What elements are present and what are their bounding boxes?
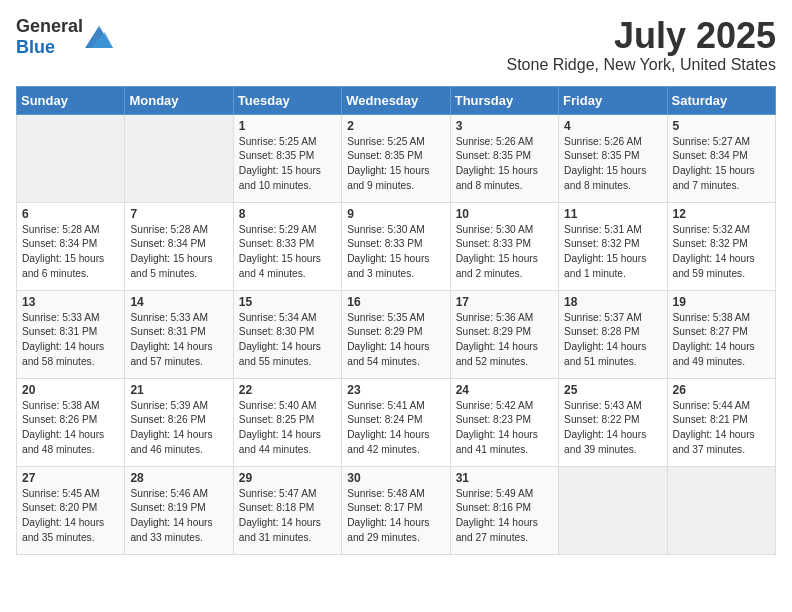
daylight-text: Daylight: 15 hours and 2 minutes. [456, 253, 538, 279]
daylight-text: Daylight: 14 hours and 51 minutes. [564, 341, 646, 367]
sunrise-text: Sunrise: 5:43 AM [564, 400, 642, 411]
daylight-text: Daylight: 15 hours and 4 minutes. [239, 253, 321, 279]
location-title: Stone Ridge, New York, United States [507, 56, 777, 74]
sunset-text: Sunset: 8:32 PM [673, 238, 748, 249]
day-info: Sunrise: 5:49 AM Sunset: 8:16 PM Dayligh… [456, 487, 553, 546]
day-info: Sunrise: 5:38 AM Sunset: 8:27 PM Dayligh… [673, 311, 770, 370]
daylight-text: Daylight: 14 hours and 27 minutes. [456, 517, 538, 543]
calendar-cell: 9 Sunrise: 5:30 AM Sunset: 8:33 PM Dayli… [342, 202, 450, 290]
daylight-text: Daylight: 14 hours and 35 minutes. [22, 517, 104, 543]
weekday-header-row: SundayMondayTuesdayWednesdayThursdayFrid… [17, 86, 776, 114]
day-number: 5 [673, 119, 770, 133]
day-number: 8 [239, 207, 336, 221]
day-number: 14 [130, 295, 227, 309]
calendar-cell: 7 Sunrise: 5:28 AM Sunset: 8:34 PM Dayli… [125, 202, 233, 290]
calendar-cell [17, 114, 125, 202]
daylight-text: Daylight: 14 hours and 39 minutes. [564, 429, 646, 455]
calendar-cell: 30 Sunrise: 5:48 AM Sunset: 8:17 PM Dayl… [342, 466, 450, 554]
day-number: 19 [673, 295, 770, 309]
day-info: Sunrise: 5:48 AM Sunset: 8:17 PM Dayligh… [347, 487, 444, 546]
sunset-text: Sunset: 8:17 PM [347, 502, 422, 513]
day-info: Sunrise: 5:26 AM Sunset: 8:35 PM Dayligh… [456, 135, 553, 194]
calendar-cell: 1 Sunrise: 5:25 AM Sunset: 8:35 PM Dayli… [233, 114, 341, 202]
daylight-text: Daylight: 14 hours and 52 minutes. [456, 341, 538, 367]
weekday-header: Tuesday [233, 86, 341, 114]
daylight-text: Daylight: 14 hours and 46 minutes. [130, 429, 212, 455]
sunrise-text: Sunrise: 5:34 AM [239, 312, 317, 323]
sunrise-text: Sunrise: 5:45 AM [22, 488, 100, 499]
day-number: 3 [456, 119, 553, 133]
day-info: Sunrise: 5:29 AM Sunset: 8:33 PM Dayligh… [239, 223, 336, 282]
sunset-text: Sunset: 8:29 PM [456, 326, 531, 337]
weekday-header: Sunday [17, 86, 125, 114]
day-info: Sunrise: 5:36 AM Sunset: 8:29 PM Dayligh… [456, 311, 553, 370]
calendar-cell [667, 466, 775, 554]
sunrise-text: Sunrise: 5:41 AM [347, 400, 425, 411]
sunset-text: Sunset: 8:35 PM [347, 150, 422, 161]
calendar-cell: 11 Sunrise: 5:31 AM Sunset: 8:32 PM Dayl… [559, 202, 667, 290]
sunset-text: Sunset: 8:24 PM [347, 414, 422, 425]
sunrise-text: Sunrise: 5:42 AM [456, 400, 534, 411]
calendar-cell: 25 Sunrise: 5:43 AM Sunset: 8:22 PM Dayl… [559, 378, 667, 466]
daylight-text: Daylight: 15 hours and 6 minutes. [22, 253, 104, 279]
calendar-week-row: 13 Sunrise: 5:33 AM Sunset: 8:31 PM Dayl… [17, 290, 776, 378]
day-info: Sunrise: 5:47 AM Sunset: 8:18 PM Dayligh… [239, 487, 336, 546]
day-number: 23 [347, 383, 444, 397]
calendar-cell: 3 Sunrise: 5:26 AM Sunset: 8:35 PM Dayli… [450, 114, 558, 202]
sunset-text: Sunset: 8:26 PM [130, 414, 205, 425]
sunset-text: Sunset: 8:31 PM [130, 326, 205, 337]
calendar-week-row: 6 Sunrise: 5:28 AM Sunset: 8:34 PM Dayli… [17, 202, 776, 290]
calendar-cell: 6 Sunrise: 5:28 AM Sunset: 8:34 PM Dayli… [17, 202, 125, 290]
day-info: Sunrise: 5:42 AM Sunset: 8:23 PM Dayligh… [456, 399, 553, 458]
daylight-text: Daylight: 14 hours and 55 minutes. [239, 341, 321, 367]
month-title: July 2025 [507, 16, 777, 56]
sunrise-text: Sunrise: 5:44 AM [673, 400, 751, 411]
calendar-cell [125, 114, 233, 202]
sunrise-text: Sunrise: 5:31 AM [564, 224, 642, 235]
sunset-text: Sunset: 8:16 PM [456, 502, 531, 513]
daylight-text: Daylight: 14 hours and 57 minutes. [130, 341, 212, 367]
day-number: 31 [456, 471, 553, 485]
calendar-cell: 31 Sunrise: 5:49 AM Sunset: 8:16 PM Dayl… [450, 466, 558, 554]
sunrise-text: Sunrise: 5:32 AM [673, 224, 751, 235]
daylight-text: Daylight: 14 hours and 59 minutes. [673, 253, 755, 279]
sunset-text: Sunset: 8:32 PM [564, 238, 639, 249]
logo-text: General Blue [16, 16, 83, 58]
daylight-text: Daylight: 14 hours and 31 minutes. [239, 517, 321, 543]
sunset-text: Sunset: 8:35 PM [239, 150, 314, 161]
day-info: Sunrise: 5:43 AM Sunset: 8:22 PM Dayligh… [564, 399, 661, 458]
day-number: 15 [239, 295, 336, 309]
daylight-text: Daylight: 15 hours and 3 minutes. [347, 253, 429, 279]
daylight-text: Daylight: 14 hours and 54 minutes. [347, 341, 429, 367]
day-info: Sunrise: 5:28 AM Sunset: 8:34 PM Dayligh… [22, 223, 119, 282]
calendar-cell: 29 Sunrise: 5:47 AM Sunset: 8:18 PM Dayl… [233, 466, 341, 554]
sunrise-text: Sunrise: 5:37 AM [564, 312, 642, 323]
title-block: July 2025 Stone Ridge, New York, United … [507, 16, 777, 74]
sunset-text: Sunset: 8:18 PM [239, 502, 314, 513]
daylight-text: Daylight: 15 hours and 10 minutes. [239, 165, 321, 191]
sunrise-text: Sunrise: 5:49 AM [456, 488, 534, 499]
sunset-text: Sunset: 8:29 PM [347, 326, 422, 337]
sunset-text: Sunset: 8:33 PM [347, 238, 422, 249]
calendar-table: SundayMondayTuesdayWednesdayThursdayFrid… [16, 86, 776, 555]
daylight-text: Daylight: 14 hours and 48 minutes. [22, 429, 104, 455]
sunset-text: Sunset: 8:20 PM [22, 502, 97, 513]
calendar-cell: 2 Sunrise: 5:25 AM Sunset: 8:35 PM Dayli… [342, 114, 450, 202]
day-info: Sunrise: 5:35 AM Sunset: 8:29 PM Dayligh… [347, 311, 444, 370]
day-number: 22 [239, 383, 336, 397]
sunrise-text: Sunrise: 5:46 AM [130, 488, 208, 499]
day-info: Sunrise: 5:41 AM Sunset: 8:24 PM Dayligh… [347, 399, 444, 458]
calendar-week-row: 20 Sunrise: 5:38 AM Sunset: 8:26 PM Dayl… [17, 378, 776, 466]
day-number: 1 [239, 119, 336, 133]
calendar-cell: 12 Sunrise: 5:32 AM Sunset: 8:32 PM Dayl… [667, 202, 775, 290]
calendar-cell: 22 Sunrise: 5:40 AM Sunset: 8:25 PM Dayl… [233, 378, 341, 466]
day-info: Sunrise: 5:40 AM Sunset: 8:25 PM Dayligh… [239, 399, 336, 458]
sunset-text: Sunset: 8:34 PM [673, 150, 748, 161]
day-info: Sunrise: 5:25 AM Sunset: 8:35 PM Dayligh… [239, 135, 336, 194]
sunset-text: Sunset: 8:33 PM [456, 238, 531, 249]
day-info: Sunrise: 5:37 AM Sunset: 8:28 PM Dayligh… [564, 311, 661, 370]
day-number: 4 [564, 119, 661, 133]
day-number: 20 [22, 383, 119, 397]
day-info: Sunrise: 5:31 AM Sunset: 8:32 PM Dayligh… [564, 223, 661, 282]
sunrise-text: Sunrise: 5:26 AM [456, 136, 534, 147]
